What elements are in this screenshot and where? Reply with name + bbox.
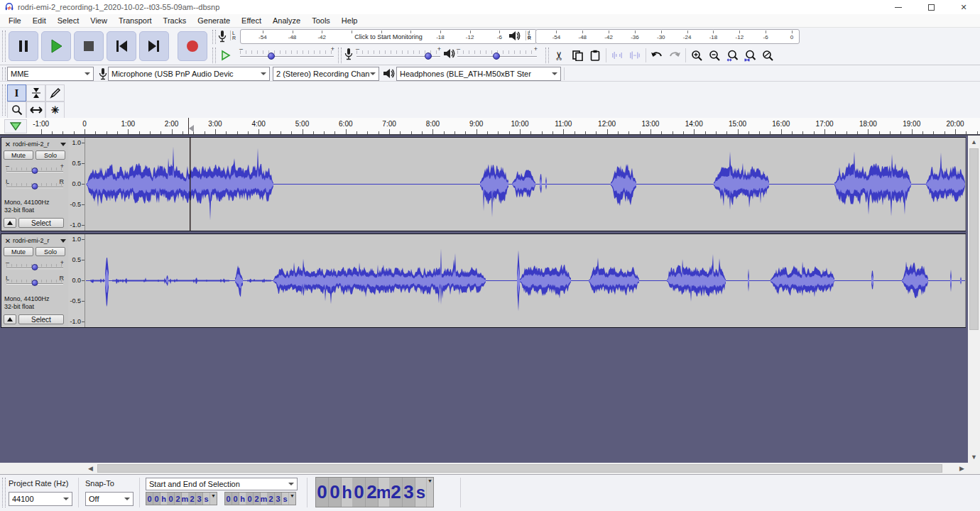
audio-host-select[interactable]: MME (7, 67, 94, 81)
recording-device-select[interactable]: Microphone (USB PnP Audio Devic (108, 67, 270, 81)
mute-button[interactable]: Mute (4, 150, 33, 160)
time-digit[interactable]: 3 (275, 493, 282, 505)
play-speed-slider[interactable]: –+ (240, 48, 334, 61)
collapse-track-button[interactable] (4, 314, 16, 324)
recording-meter[interactable]: -54-48-42-18-12-60 Click to Start Monito… (240, 29, 537, 44)
minimize-button[interactable] (882, 0, 915, 14)
paste-button[interactable] (587, 47, 604, 64)
time-digit[interactable]: 0 (232, 493, 239, 505)
time-digit[interactable]: 0 (146, 493, 153, 505)
time-unit[interactable]: m (379, 478, 390, 507)
time-digit[interactable]: 0 (353, 478, 366, 507)
project-rate-select[interactable]: 44100 (9, 492, 72, 506)
gain-slider[interactable]: –+ (6, 165, 63, 176)
track-name-menu[interactable]: rodri-emi-2_r (13, 140, 66, 148)
time-format-arrow-icon[interactable]: ▼ (210, 493, 217, 505)
time-unit[interactable]: h (239, 493, 246, 505)
device-toolbar-grip[interactable] (2, 67, 6, 80)
zoom-toggle-button[interactable] (759, 47, 776, 64)
playback-volume-slider[interactable]: –+ (457, 48, 537, 61)
time-digit[interactable]: 3 (196, 493, 203, 505)
time-format-arrow-icon[interactable]: ▼ (289, 493, 295, 505)
track-name-menu[interactable]: rodri-emi-2_r (13, 236, 66, 245)
menu-tracks[interactable]: Tracks (158, 15, 192, 26)
cut-button[interactable]: ✂ (551, 47, 568, 64)
horizontal-scroll-thumb[interactable] (97, 464, 942, 473)
menu-view[interactable]: View (85, 15, 113, 26)
menu-transport[interactable]: Transport (113, 15, 158, 26)
time-unit[interactable]: s (415, 478, 427, 507)
play-at-speed-button[interactable] (217, 47, 234, 64)
monitor-prompt[interactable]: Click to Start Monitoring (351, 33, 426, 40)
zoom-tool-button[interactable] (7, 101, 26, 119)
selection-start-field[interactable]: 00h02m23s▼ (146, 492, 217, 505)
waveform-display[interactable] (86, 138, 966, 231)
transport-toolbar-grip[interactable] (2, 31, 6, 62)
tools-toolbar-grip[interactable] (2, 84, 6, 116)
zoom-in-button[interactable] (688, 47, 705, 64)
time-digit[interactable]: 0 (329, 478, 342, 507)
timeline-options-button[interactable] (4, 119, 27, 133)
menu-analyze[interactable]: Analyze (267, 15, 306, 26)
time-digit[interactable]: 0 (316, 478, 329, 507)
track-canvas[interactable]: ✕rodri-emi-2_rMuteSolo–+LRMono, 44100Hz3… (0, 136, 968, 463)
skip-to-end-button[interactable] (139, 31, 169, 61)
audio-track-1[interactable]: ✕rodri-emi-2_rMuteSolo–+LRMono, 44100Hz3… (1, 137, 966, 231)
play-button[interactable] (41, 31, 71, 61)
time-unit[interactable]: s (203, 493, 210, 505)
time-digit[interactable]: 3 (403, 478, 415, 507)
vertical-scale-ruler[interactable]: 1.00.50.0-0.5-1.0 (68, 234, 85, 327)
edit-toolbar-grip[interactable] (545, 48, 549, 63)
time-unit[interactable]: m (182, 493, 189, 505)
recording-volume-thumb[interactable] (425, 53, 432, 60)
zoom-out-button[interactable] (706, 47, 723, 64)
gain-slider[interactable]: –+ (6, 261, 63, 273)
solo-button[interactable]: Solo (36, 247, 65, 256)
playback-meter[interactable]: -54-48-42-36-30-24-18-12-60 (535, 29, 800, 44)
track-select-button[interactable]: Select (18, 314, 64, 324)
multi-tool-button[interactable]: ✳ (45, 101, 65, 119)
selection-mode-select[interactable]: Start and End of Selection (146, 478, 298, 490)
recording-channels-select[interactable]: 2 (Stereo) Recording Chann (273, 67, 379, 81)
time-unit[interactable]: s (282, 493, 289, 505)
menu-select[interactable]: Select (52, 15, 85, 26)
fit-selection-button[interactable] (724, 47, 741, 64)
audio-track-2[interactable]: ✕rodri-emi-2_rMuteSolo–+LRMono, 44100Hz3… (1, 233, 966, 328)
play-at-speed-grip[interactable] (212, 48, 216, 63)
time-unit[interactable]: h (342, 478, 353, 507)
pan-slider[interactable]: LR (6, 180, 63, 192)
playback-device-select[interactable]: Headphones (BLE_ATH-M50xBT Ster (396, 67, 561, 81)
skip-to-start-button[interactable] (107, 31, 136, 61)
recording-meter-grip[interactable] (212, 30, 216, 44)
scroll-right-arrow[interactable]: ▶ (956, 463, 968, 474)
time-format-arrow-icon[interactable]: ▼ (427, 478, 433, 507)
pause-button[interactable] (9, 31, 38, 61)
pan-slider[interactable]: LR (6, 277, 63, 288)
time-unit[interactable]: m (261, 493, 268, 505)
horizontal-scrollbar[interactable]: ◀ ▶ (85, 463, 968, 474)
play-speed-slider-thumb[interactable] (268, 53, 275, 60)
time-digit[interactable]: 2 (268, 493, 275, 505)
solo-button[interactable]: Solo (36, 150, 65, 160)
menu-help[interactable]: Help (336, 15, 364, 26)
time-shift-tool-button[interactable] (26, 101, 45, 119)
waveform-display[interactable] (86, 234, 966, 327)
time-digit[interactable]: 2 (189, 493, 196, 505)
undo-button[interactable] (648, 47, 665, 64)
mixer-toolbar-grip[interactable] (338, 48, 342, 63)
time-digit[interactable]: 2 (175, 493, 182, 505)
recording-volume-slider[interactable]: –+ (356, 48, 440, 61)
menu-effect[interactable]: Effect (236, 15, 267, 26)
vertical-scroll-thumb[interactable] (969, 148, 979, 330)
vertical-scale-ruler[interactable]: 1.00.50.0-0.5-1.0 (68, 138, 85, 231)
timeline-ruler[interactable]: -1:0001:002:003:004:005:006:007:008:009:… (0, 118, 980, 136)
scroll-up-arrow[interactable]: ▲ (968, 136, 980, 148)
time-digit[interactable]: 0 (168, 493, 175, 505)
time-digit[interactable]: 0 (153, 493, 160, 505)
menu-generate[interactable]: Generate (192, 15, 236, 26)
stop-button[interactable] (74, 31, 104, 61)
collapse-track-button[interactable] (4, 218, 16, 228)
copy-button[interactable] (569, 47, 586, 64)
track-select-button[interactable]: Select (18, 218, 64, 228)
snap-to-select[interactable]: Off (85, 492, 134, 506)
